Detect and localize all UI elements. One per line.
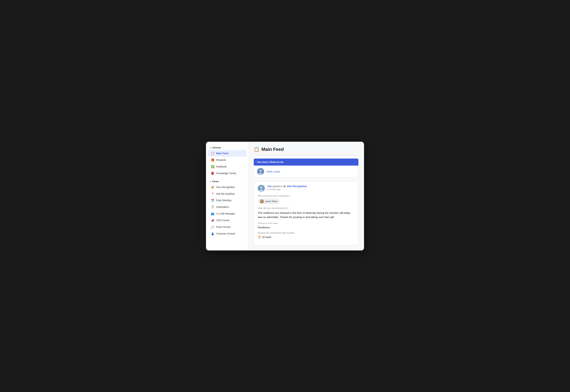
trophy-icon: 🏆 (258, 236, 261, 238)
flows-section-header[interactable]: ▲ Flows (206, 179, 248, 184)
start-post-card[interactable]: Start a post (254, 166, 358, 178)
icebreakers-icon: ⛄ (211, 205, 214, 209)
user-avatar (257, 168, 264, 175)
sidebar-item-label-ceo-corner: CEO Corner (216, 219, 230, 222)
celebrate-field-label: Who would you like to celebrate? (258, 195, 354, 197)
sidebar-item-1on1-manager[interactable]: 👥 1:1 with Manager (207, 210, 247, 217)
sidebar: ▲ General 📋 Main Feed 🎁 Rewards ✅ Notebo… (206, 142, 248, 251)
notebook-icon: ✅ (211, 165, 214, 168)
post-section-body: What did your teammate(s) do? The resili… (258, 207, 354, 219)
sidebar-item-label-daily-standup: Daily Standup (216, 199, 231, 202)
celebratee-avatar (260, 199, 264, 203)
sidebar-item-label-costume-contest: Costume Contest (216, 232, 235, 235)
sidebar-item-main-feed[interactable]: 📋 Main Feed (207, 150, 247, 157)
post-section-celebrate: Who would you like to celebrate? Laura T… (258, 195, 354, 204)
core-value-field-label: Choose a core value. (258, 222, 354, 224)
post-section-trophies: Reward your teammates with trophies. 🏆 2… (258, 232, 354, 239)
post-meta-line: You posted in 🎉 Give Recognition (267, 185, 307, 188)
main-feed-icon: 📋 (211, 152, 214, 155)
post-section-core-value: Choose a core value. Resilience (258, 222, 354, 229)
general-nav-items: 📋 Main Feed 🎁 Rewards ✅ Notebook 📕 Knowl… (206, 150, 248, 177)
sidebar-item-label-main-feed: Main Feed (216, 152, 228, 155)
sidebar-item-knowledge-center[interactable]: 📕 Knowledge Center (207, 170, 247, 177)
svg-point-1 (259, 169, 262, 172)
trophies-field-label: Reward your teammates with trophies. (258, 232, 354, 234)
post-posted-in: posted in (272, 185, 283, 188)
main-content: 📋 Main Feed You have 2 flows to do Start… (248, 142, 364, 251)
sidebar-item-label-give-recognition: Give Recognition (216, 186, 235, 189)
ceo-corner-icon: 📣 (211, 219, 214, 222)
costume-contest-icon: 👗 (211, 232, 214, 235)
sidebar-item-icebreakers[interactable]: ⛄ Icebreakers (207, 204, 247, 210)
start-post-button[interactable]: Start a post (267, 170, 280, 173)
post-body-text: The resilience you showed in the face of… (258, 211, 354, 219)
post-author-you: You (267, 185, 272, 188)
trophy-amount: 20 each (262, 236, 271, 238)
page-header: 📋 Main Feed (254, 147, 358, 155)
post-author-avatar (258, 185, 265, 192)
daily-standup-icon: 🗓️ (211, 199, 214, 202)
general-section-header[interactable]: ▲ General (206, 145, 248, 150)
celebratee-chip: Laura Twine (258, 198, 280, 204)
sidebar-item-notebook[interactable]: ✅ Notebook (207, 164, 247, 170)
flows-banner: You have 2 flows to do (254, 159, 358, 166)
sidebar-item-rewards[interactable]: 🎁 Rewards (207, 157, 247, 163)
flows-section-label: Flows (212, 180, 219, 183)
body-field-label: What did your teammate(s) do? (258, 207, 354, 210)
sidebar-item-pulse-survey[interactable]: 📈 Pulse Survey (207, 224, 247, 230)
page-header-icon: 📋 (254, 147, 259, 152)
sidebar-item-costume-contest[interactable]: 👗 Costume Contest (207, 230, 247, 237)
app-window: ▲ General 📋 Main Feed 🎁 Rewards ✅ Notebo… (206, 142, 364, 251)
svg-point-4 (260, 186, 263, 189)
sidebar-item-label-icebreakers: Icebreakers (216, 206, 229, 208)
flows-collapse-arrow: ▲ (210, 181, 211, 182)
sidebar-item-label-pulse-survey: Pulse Survey (216, 225, 231, 228)
flows-banner-container: You have 2 flows to do Start a post (254, 159, 358, 178)
flows-nav-items: 🎉 Give Recognition ? Ask Me Anything 🗓️ … (206, 184, 248, 237)
post-channel-icon: 🎉 (283, 185, 286, 188)
ask-me-anything-icon: ? (211, 192, 214, 196)
sidebar-item-give-recognition[interactable]: 🎉 Give Recognition (207, 184, 247, 191)
post-meta: You posted in 🎉 Give Recognition 5 minut… (267, 185, 307, 191)
general-collapse-arrow: ▲ (210, 147, 211, 149)
post-card: You posted in 🎉 Give Recognition 5 minut… (254, 181, 358, 245)
post-header: You posted in 🎉 Give Recognition 5 minut… (258, 185, 354, 192)
rewards-icon: 🎁 (211, 158, 214, 162)
sidebar-item-label-rewards: Rewards (216, 159, 226, 161)
core-value-text: Resilience (258, 226, 354, 229)
post-channel-name: Give Recognition (287, 185, 307, 188)
sidebar-item-label-ask-me-anything: Ask Me Anything (216, 192, 234, 195)
general-section-label: General (212, 146, 221, 149)
celebratee-name: Laura Twine (265, 200, 277, 203)
trophy-line: 🏆 20 each (258, 236, 354, 239)
page-title: Main Feed (261, 147, 284, 152)
post-timestamp: 5 minutes ago (267, 188, 307, 191)
knowledge-center-icon: 📕 (211, 172, 214, 175)
1on1-manager-icon: 👥 (211, 212, 214, 215)
sidebar-item-label-1on1-manager: 1:1 with Manager (216, 212, 235, 215)
sidebar-item-label-notebook: Notebook (216, 165, 227, 168)
sidebar-item-daily-standup[interactable]: 🗓️ Daily Standup (207, 197, 247, 204)
sidebar-item-ask-me-anything[interactable]: ? Ask Me Anything (207, 191, 247, 197)
sidebar-item-label-knowledge-center: Knowledge Center (216, 172, 236, 175)
pulse-survey-icon: 📈 (211, 225, 214, 229)
give-recognition-icon: 🎉 (211, 186, 214, 189)
sidebar-item-ceo-corner[interactable]: 📣 CEO Corner (207, 217, 247, 224)
